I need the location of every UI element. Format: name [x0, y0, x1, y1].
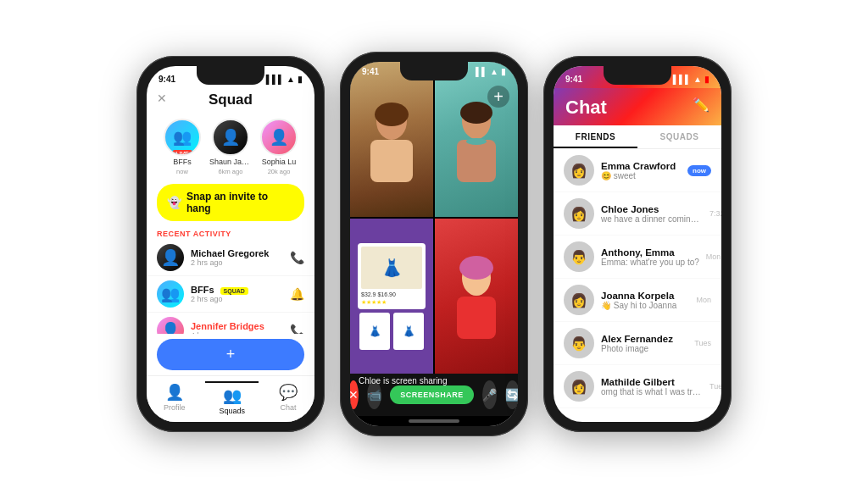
chat-item-mathilde[interactable]: 👩 Mathilde Gilbert omg that is what I wa…	[554, 365, 721, 408]
wifi-icon-3: ▲	[693, 75, 702, 84]
activity-jennifer[interactable]: 👤 Jennifer Bridges 4 hrs ago 📞	[147, 313, 314, 334]
ghost-icon: 👻	[167, 196, 181, 209]
chat-item-alex[interactable]: 👨 Alex Fernandez Photo image Tues	[554, 322, 721, 365]
avatar-name-shaun: Shaun Jackson	[209, 158, 252, 166]
avatar-alex-chat: 👨	[564, 328, 594, 358]
dress-icon: 👗	[381, 258, 403, 278]
phones-container: 9:41 ▌▌▌ ▲ ▮ ✕ Squad 👥	[0, 0, 868, 488]
squad-title: Squad	[155, 92, 306, 108]
profile-icon: 👤	[165, 383, 184, 402]
end-call-button[interactable]: ✕	[350, 380, 359, 409]
video-cell-2	[435, 62, 518, 217]
video-status-time: 9:41	[362, 67, 379, 76]
chat-info-joanna: Joanna Korpela 👋 Say hi to Joanna	[601, 291, 689, 310]
phone-chat: 9:41 ▌▌▌ ▲ ▮ Chat ✏️ FRIENDS SQUADS	[543, 56, 732, 432]
phone1-screen: 9:41 ▌▌▌ ▲ ▮ ✕ Squad 👥	[147, 66, 314, 422]
squad-avatar-shaun[interactable]: 👤 Shaun Jackson 6km ago	[209, 119, 252, 175]
chat-name-mathilde: Mathilde Gilbert	[601, 377, 703, 387]
screen-share-content: 👗 $32.9 $16.90 ★★★★★ 👗 👗	[350, 219, 433, 374]
flip-camera-button[interactable]: 🔄	[505, 380, 518, 409]
chat-info-chloe: Chloe Jones we have a dinner coming up i…	[601, 204, 703, 224]
invite-label: Snap an invite to hang	[186, 191, 294, 214]
product-mini-1: 👗	[359, 313, 390, 350]
activity-info-bffs: BFFs SQUAD 2 hrs ago	[191, 285, 283, 303]
chat-preview-emma: 😊 sweet	[601, 171, 681, 180]
signal-icon-3: ▌▌▌	[673, 75, 691, 84]
activity-bffs[interactable]: 👥 BFFs SQUAD 2 hrs ago 🔔	[147, 276, 314, 313]
chat-info-emma: Emma Crawford 😊 sweet	[601, 161, 681, 180]
add-participant-button[interactable]: +	[487, 86, 509, 108]
activity-list: 👤 Michael Gregorek 2 hrs ago 📞 👥 BFFs SQ…	[147, 240, 314, 334]
svg-point-4	[460, 102, 492, 124]
chat-info-anthony: Anthony, Emma Emma: what're you up to?	[601, 247, 699, 267]
avatar-sophia: 👤	[260, 119, 298, 156]
tab-friends[interactable]: FRIENDS	[554, 125, 637, 148]
chat-name-joanna: Joanna Korpela	[601, 291, 689, 301]
nav-profile[interactable]: 👤 Profile	[150, 381, 199, 417]
chat-preview-alex: Photo image	[601, 344, 687, 353]
snap-invite-button[interactable]: 👻 Snap an invite to hang	[157, 184, 304, 221]
phone1-content: 9:41 ▌▌▌ ▲ ▮ ✕ Squad 👥	[147, 66, 314, 422]
video-wifi-icon: ▲	[490, 67, 498, 76]
person-silhouette-1	[362, 97, 421, 182]
avatar-bffs: 👥	[164, 119, 201, 156]
chat-item-anthony[interactable]: 👨 Anthony, Emma Emma: what're you up to?…	[554, 236, 721, 279]
chat-name-alex: Alex Fernandez	[601, 334, 687, 344]
avatar-mathilde-chat: 👩	[564, 371, 594, 402]
avatar-jennifer: 👤	[157, 317, 184, 334]
product-image: 👗	[361, 247, 422, 289]
chat-name-emma: Emma Crawford	[601, 161, 681, 171]
activity-michael[interactable]: 👤 Michael Gregorek 2 hrs ago 📞	[147, 240, 314, 276]
avatar-name-sophia: Sophia Lu	[262, 158, 297, 166]
chat-icon: 💬	[279, 383, 298, 402]
battery-icon-3: ▮	[704, 75, 709, 84]
signal-icon-1: ▌▌▌	[266, 75, 284, 84]
activity-name-jennifer: Jennifer Bridges	[191, 321, 283, 331]
battery-icon-1: ▮	[298, 75, 303, 84]
bottom-nav: 👤 Profile 👥 Squads 💬 Chat	[147, 375, 314, 422]
phone-icon-michael: 📞	[290, 251, 304, 264]
squad-avatar-sophia[interactable]: 👤 Sophia Lu 20k ago	[260, 119, 298, 175]
now-badge-emma: now	[687, 165, 711, 176]
chat-time-alex: Tues	[694, 339, 711, 347]
nav-chat[interactable]: 💬 Chat	[265, 381, 311, 417]
wifi-icon-1: ▲	[287, 75, 295, 84]
edit-icon[interactable]: ✏️	[693, 97, 709, 113]
nav-chat-label: Chat	[280, 403, 296, 412]
chat-preview-joanna: 👋 Say hi to Joanna	[601, 301, 689, 310]
notch-2	[400, 62, 468, 80]
chat-name-anthony: Anthony, Emma	[601, 247, 699, 258]
video-battery-icon: ▮	[501, 67, 506, 76]
product-price: $32.9 $16.90	[361, 291, 422, 297]
video-cell-screenshare: 👗 $32.9 $16.90 ★★★★★ 👗 👗	[350, 219, 433, 374]
phone3-screen: 9:41 ▌▌▌ ▲ ▮ Chat ✏️ FRIENDS SQUADS	[554, 66, 721, 422]
chat-time-anthony: Mon	[706, 252, 721, 261]
nav-profile-label: Profile	[164, 403, 186, 412]
chat-preview-chloe: we have a dinner coming up if...	[601, 214, 703, 224]
activity-info-jennifer: Jennifer Bridges 4 hrs ago	[191, 321, 283, 334]
tab-squads[interactable]: SQUADS	[637, 125, 721, 148]
chat-info-mathilde: Mathilde Gilbert omg that is what I was …	[601, 377, 703, 396]
chat-item-emma[interactable]: 👩 Emma Crawford 😊 sweet now	[554, 149, 721, 192]
squad-badge: SQUAD	[220, 287, 248, 295]
chat-tabs: FRIENDS SQUADS	[554, 125, 721, 149]
mute-button[interactable]: 🎤	[482, 380, 497, 409]
chat-time-chloe: 7:32 PM	[709, 209, 721, 218]
chat-info-alex: Alex Fernandez Photo image	[601, 334, 687, 353]
svg-point-6	[466, 138, 487, 145]
close-icon[interactable]: ✕	[157, 92, 167, 105]
squad-avatar-bffs[interactable]: 👥 BFFs now	[164, 119, 201, 175]
screenshare-button[interactable]: SCREENSHARE	[390, 385, 474, 404]
add-button[interactable]: +	[157, 339, 304, 370]
activity-time-bffs: 2 hrs ago	[191, 295, 283, 303]
nav-squads[interactable]: 👥 Squads	[205, 381, 259, 417]
squad-avatars: 👥 BFFs now 👤 Shaun Jackson 6km ago	[147, 114, 314, 179]
svg-rect-5	[457, 140, 496, 182]
chat-preview-mathilde: omg that is what I was trying to...	[601, 387, 703, 396]
chat-item-chloe[interactable]: 👩 Chloe Jones we have a dinner coming up…	[554, 192, 721, 236]
avatar-sub-shaun: 6km ago	[219, 168, 243, 175]
svg-point-1	[375, 103, 409, 126]
svg-point-8	[459, 256, 493, 280]
chat-item-joanna[interactable]: 👩 Joanna Korpela 👋 Say hi to Joanna Mon	[554, 279, 721, 322]
activity-name-michael: Michael Gregorek	[191, 248, 283, 258]
